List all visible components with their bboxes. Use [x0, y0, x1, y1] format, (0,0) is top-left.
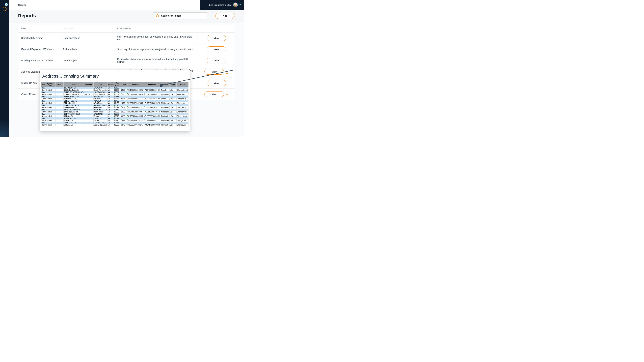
detail-cell [84, 98, 94, 100]
detail-cell: Change State [176, 111, 188, 113]
detail-cell: USA [170, 115, 176, 117]
detail-cell [121, 117, 127, 119]
download-icon[interactable] [226, 93, 228, 95]
avatar [233, 2, 238, 7]
detail-row: StandardizedCertified50 Mount Vernon StU… [41, 93, 188, 95]
detail-cell: 42.57126437256034 [127, 93, 144, 95]
detail-cell [127, 87, 144, 89]
search-input[interactable] [161, 14, 204, 17]
detail-cell: Essex [161, 98, 170, 100]
view-button[interactable]: View [206, 80, 226, 86]
detail-cell [84, 87, 94, 89]
detail-cell [127, 117, 144, 119]
detail-cell: Raw [41, 100, 45, 102]
detail-cell: 2431 [121, 106, 127, 109]
detail-row: Raw50 MOUNT VERNON ST UNIT 3NO READINGMA… [41, 91, 188, 93]
detail-cell [170, 104, 176, 106]
detail-cell: 03079 [114, 113, 121, 115]
detail-cell: CA [107, 109, 114, 111]
detail-cell: MA [107, 98, 114, 100]
col-category-header: CATEGORY [60, 25, 114, 32]
detail-cell [176, 117, 188, 119]
search-box[interactable] [153, 12, 207, 19]
th-region: Region [107, 82, 114, 87]
detail-cell: 01862 [114, 111, 121, 113]
report-action-cell: View [198, 44, 235, 55]
detail-row: StandardizedCertified59 Appaloosa CirTyn… [41, 106, 188, 109]
detail-cell: MA [107, 95, 114, 98]
detail-cell [56, 124, 64, 126]
detail-row: Raw40 WALNUT STCLINTONMA01512 [41, 117, 188, 119]
rail-decoration [0, 107, 9, 137]
detail-cell: CLINTON [94, 117, 108, 119]
view-button[interactable]: View [206, 46, 226, 52]
detail-row: StandardizedCertified9 Marian LnEast Bri… [41, 124, 188, 126]
detail-cell: USA [170, 98, 176, 100]
detail-row: Raw135 TALBOT STWEYMOUTHMA02190 [41, 87, 188, 89]
detail-cell [56, 119, 64, 122]
view-button[interactable]: View [206, 58, 226, 63]
breadcrumb[interactable]: Reports [9, 4, 26, 6]
detail-cell: 135 TALBOT ST [64, 87, 84, 89]
detail-cell: 01864 [114, 93, 121, 95]
detail-cell: 02190 [114, 89, 121, 91]
detail-cell [161, 109, 170, 111]
report-action-cell: View [198, 32, 235, 44]
detail-cell [161, 113, 170, 115]
detail-cell [56, 106, 64, 109]
detail-cell: Certified [45, 93, 55, 95]
detail-cell [170, 91, 176, 93]
detail-row: Raw76 FARRWOOD DRBRADFORDMA01835 [41, 95, 188, 98]
th-action: Action [176, 82, 188, 87]
detail-cell: Certified [45, 89, 55, 91]
detail-cell: Standardized [41, 98, 45, 100]
detail-cell: Standardized [41, 119, 45, 122]
th-zip4: Zip+4 [121, 82, 127, 87]
download-icon[interactable] [226, 71, 228, 73]
report-name: Financial Exposure: 837 Claims [18, 44, 60, 55]
detail-cell [45, 109, 55, 111]
add-button[interactable]: Add [215, 13, 235, 19]
detail-cell [161, 91, 170, 93]
detail-cell: Middlesex [161, 93, 170, 95]
detail-cell: 42.03256776105247 [127, 124, 144, 126]
detail-cell: 3913 [121, 115, 127, 117]
detail-cell: USA [170, 89, 176, 91]
address-detail-table: Row Record Type Desc Street Location Cit… [41, 82, 188, 126]
detail-cell [161, 117, 170, 119]
detail-cell [176, 104, 188, 106]
detail-cell: Plymouth [161, 124, 170, 126]
view-button[interactable]: View [204, 91, 224, 97]
detail-cell: Rockinghan [161, 115, 170, 117]
detail-cell: 02465 [114, 102, 121, 104]
view-button[interactable]: View [204, 69, 224, 75]
detail-cell [45, 87, 55, 89]
detail-cell: MA [107, 106, 114, 109]
detail-cell: West Newton [94, 102, 108, 104]
detail-cell: Change Zip [176, 119, 188, 122]
detail-cell [84, 113, 94, 115]
detail-cell: NH [107, 115, 114, 117]
play-badge-icon [5, 3, 8, 6]
detail-cell: 9 Marian Ln [64, 124, 84, 126]
detail-cell: NO READING [94, 91, 108, 93]
detail-row: StandardizedCertified64 Hatfield RdWest … [41, 102, 188, 104]
search-icon [156, 14, 159, 17]
detail-cell [127, 122, 144, 124]
detail-cell [161, 100, 170, 102]
detail-cell: WEYMOUTH [94, 87, 108, 89]
detail-cell [170, 95, 176, 98]
user-menu[interactable]: Julia Longname-Collins [200, 0, 244, 10]
detail-cell: 01879 [114, 104, 121, 106]
detail-row: StandardizedCertified135 Ralph Talbot St… [41, 89, 188, 91]
detail-row: Raw64 HATFIELD RDNEWTONMA02465 [41, 100, 188, 102]
detail-cell: 64 HATFIELD RD [64, 100, 84, 102]
detail-cell [84, 115, 94, 117]
detail-cell: Unit 32 [84, 93, 94, 95]
view-button[interactable]: View [206, 35, 226, 41]
col-description-header: DESCRIPTION [114, 25, 198, 32]
detail-cell [144, 95, 161, 98]
detail-cell: USA [170, 119, 176, 122]
detail-cell: 1229 [121, 102, 127, 104]
detail-cell: USA [170, 106, 176, 109]
